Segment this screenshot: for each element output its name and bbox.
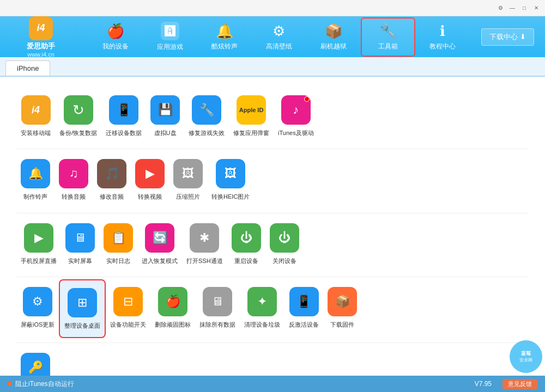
delete-stubborn-icon: 🍎 bbox=[166, 295, 180, 309]
itunes-driver-label: iTunes及驱动 bbox=[278, 129, 314, 137]
tool-virtual-udisk[interactable]: 💾 虚拟U盘 bbox=[146, 88, 184, 144]
ringtones-icon: 🔔 bbox=[216, 23, 233, 40]
tool-shutdown[interactable]: ⏻ 关闭设备 bbox=[265, 216, 304, 272]
shutdown-icon: ⏻ bbox=[278, 231, 290, 245]
download-firmware-icon: 📦 bbox=[335, 295, 350, 309]
jailbreak-label: 刷机越狱 bbox=[320, 42, 347, 51]
wipe-data-label: 抹除所有数据 bbox=[199, 321, 235, 328]
migrate-label: 迁移设备数据 bbox=[106, 129, 142, 137]
fix-popup-icon: Apple ID bbox=[239, 107, 264, 113]
deactivate-label: 反激活设备 bbox=[289, 321, 319, 328]
tool-open-ssh[interactable]: ✱ 打开SSH通道 bbox=[182, 216, 227, 272]
open-ssh-label: 打开SSH通道 bbox=[186, 257, 223, 265]
toolbox-label: 工具箱 bbox=[378, 42, 398, 51]
tool-clean-junk[interactable]: ✦ 清理设备垃圾 bbox=[240, 279, 284, 338]
device-functions-label: 设备功能开关 bbox=[110, 321, 146, 328]
tool-device-functions[interactable]: ⊟ 设备功能开关 bbox=[106, 279, 150, 338]
virtual-udisk-icon: 💾 bbox=[158, 103, 173, 117]
nav-toolbox[interactable]: 🔧 工具箱 bbox=[361, 17, 415, 57]
tool-screen-cast[interactable]: ▶ 手机投屏直播 bbox=[16, 216, 61, 272]
tool-compress-photo[interactable]: 🖼 压缩照片 bbox=[169, 151, 207, 208]
tool-deactivate[interactable]: 📱 反激活设备 bbox=[284, 279, 323, 338]
tool-real-screen[interactable]: 🖥 实时屏幕 bbox=[61, 216, 99, 272]
tools-row-5: 🔑 访问限制 bbox=[16, 345, 529, 376]
tool-backup[interactable]: ↻ 备份/恢复数据 bbox=[55, 88, 101, 144]
tab-iphone[interactable]: iPhone bbox=[5, 60, 50, 76]
real-screen-label: 实时屏幕 bbox=[68, 257, 92, 265]
nav-wallpaper[interactable]: ⚙ 高清壁纸 bbox=[252, 17, 306, 57]
fix-game-icon: 🔧 bbox=[199, 103, 214, 117]
nav-jailbreak[interactable]: 📦 刷机越狱 bbox=[306, 17, 361, 57]
divider-4 bbox=[16, 342, 529, 343]
itunes-driver-icon: ♪ bbox=[293, 103, 299, 117]
maximize-btn[interactable]: □ bbox=[520, 4, 529, 13]
tool-convert-audio[interactable]: ♫ 转换音频 bbox=[55, 151, 93, 208]
tool-download-firmware[interactable]: 📦 下载固件 bbox=[323, 279, 361, 338]
minimize-btn[interactable]: — bbox=[508, 4, 517, 13]
title-bar: ⚙ — □ ✕ bbox=[0, 0, 545, 16]
nav-ringtones[interactable]: 🔔 酷炫铃声 bbox=[197, 17, 252, 57]
tool-real-log[interactable]: 📋 实时日志 bbox=[99, 216, 137, 272]
tool-edit-audio[interactable]: 🎵 修改音频 bbox=[93, 151, 131, 208]
tool-organize-desktop[interactable]: ⊞ 整理设备桌面 bbox=[59, 279, 106, 338]
jailbreak-icon: 📦 bbox=[325, 23, 342, 40]
tools-row-1: i4 安装移动端 ↻ 备份/恢复数据 📱 迁移设备数据 💾 虚拟U盘 🔧 bbox=[16, 88, 529, 144]
feedback-label: 意见反馈 bbox=[508, 381, 532, 387]
tools-row-3: ▶ 手机投屏直播 🖥 实时屏幕 📋 实时日志 🔄 进入恢复模式 ✱ bbox=[16, 216, 529, 272]
tool-wipe-data[interactable]: 🖥 抹除所有数据 bbox=[195, 279, 240, 338]
install-app-label: 安装移动端 bbox=[21, 129, 51, 137]
clean-junk-label: 清理设备垃圾 bbox=[244, 321, 280, 328]
tool-recovery-mode[interactable]: 🔄 进入恢复模式 bbox=[137, 216, 182, 272]
toolbox-icon: 🔧 bbox=[379, 23, 397, 40]
logo-area: i4 爱思助手 www.i4.cn bbox=[5, 16, 76, 58]
screen-cast-label: 手机投屏直播 bbox=[21, 257, 57, 265]
watermark: 蓝莓 安卓网 bbox=[510, 340, 542, 373]
app-games-label: 应用游戏 bbox=[157, 42, 183, 52]
tool-restart[interactable]: ⏻ 重启设备 bbox=[227, 216, 265, 272]
tool-install-app[interactable]: i4 安装移动端 bbox=[16, 88, 55, 144]
app-url: www.i4.cn bbox=[27, 51, 55, 58]
tool-fix-popup[interactable]: Apple ID 修复应用弹窗 bbox=[229, 88, 274, 144]
convert-video-label: 转换视频 bbox=[138, 193, 162, 200]
download-label: 下载中心 bbox=[489, 32, 518, 42]
shutdown-label: 关闭设备 bbox=[272, 257, 296, 265]
feedback-button[interactable]: 意见反馈 bbox=[502, 379, 537, 389]
tools-row-4: ⚙ 屏蔽iOS更新 ⊞ 整理设备桌面 ⊟ 设备功能开关 🍎 删除顽固图标 🖥 bbox=[16, 279, 529, 338]
tool-delete-stubborn[interactable]: 🍎 删除顽固图标 bbox=[150, 279, 195, 338]
tool-fix-game[interactable]: 🔧 修复游戏失效 bbox=[184, 88, 229, 144]
app-logo-icon: i4 bbox=[29, 16, 53, 40]
nav-my-device[interactable]: 🍎 我的设备 bbox=[88, 17, 143, 57]
backup-label: 备份/恢复数据 bbox=[59, 129, 97, 137]
tool-convert-heic[interactable]: 🖼 转换HEIC图片 bbox=[207, 151, 254, 208]
convert-video-icon: ▶ bbox=[146, 167, 155, 181]
window-controls: ⚙ — □ ✕ bbox=[496, 4, 541, 13]
status-itunes-text: 阻止iTunes自动运行 bbox=[15, 379, 74, 389]
real-log-icon: 📋 bbox=[111, 231, 126, 245]
divider-1 bbox=[16, 149, 529, 149]
app-games-icon: 🅰 bbox=[161, 22, 179, 40]
nav-tutorial[interactable]: ℹ 教程中心 bbox=[415, 17, 470, 57]
fix-popup-label: 修复应用弹窗 bbox=[233, 129, 269, 137]
block-ios-update-label: 屏蔽iOS更新 bbox=[21, 321, 55, 328]
access-limit-icon: 🔑 bbox=[28, 360, 43, 375]
tab-bar: iPhone bbox=[0, 57, 545, 77]
download-btn[interactable]: 下载中心 ⬇ bbox=[481, 28, 534, 46]
virtual-udisk-label: 虚拟U盘 bbox=[154, 129, 177, 137]
recovery-mode-icon: 🔄 bbox=[153, 231, 167, 245]
edit-audio-icon: 🎵 bbox=[105, 167, 119, 181]
deactivate-icon: 📱 bbox=[296, 295, 311, 309]
tool-make-ringtone[interactable]: 🔔 制作铃声 bbox=[16, 151, 55, 208]
compress-photo-icon: 🖼 bbox=[182, 167, 194, 181]
tool-block-ios-update[interactable]: ⚙ 屏蔽iOS更新 bbox=[16, 279, 59, 338]
device-functions-icon: ⊟ bbox=[123, 295, 133, 309]
close-btn[interactable]: ✕ bbox=[532, 4, 541, 13]
itunes-badge bbox=[304, 96, 310, 102]
tool-convert-video[interactable]: ▶ 转换视频 bbox=[131, 151, 169, 208]
settings-btn[interactable]: ⚙ bbox=[496, 4, 505, 13]
watermark-text: 蓝莓 bbox=[521, 350, 531, 357]
nav-app-games[interactable]: 🅰 应用游戏 bbox=[143, 17, 197, 57]
organize-desktop-label: 整理设备桌面 bbox=[64, 322, 100, 329]
tool-itunes-driver[interactable]: ♪ iTunes及驱动 bbox=[274, 88, 318, 144]
tool-access-limit[interactable]: 🔑 访问限制 bbox=[16, 345, 55, 376]
tool-migrate[interactable]: 📱 迁移设备数据 bbox=[101, 88, 146, 144]
